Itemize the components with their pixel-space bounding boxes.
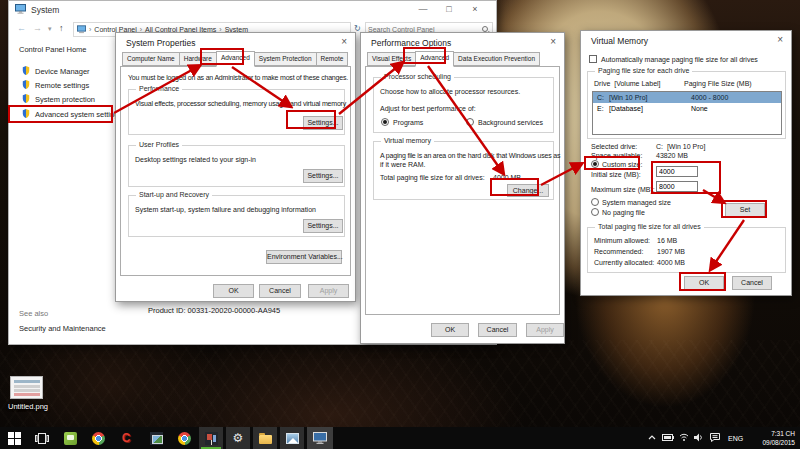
close-icon[interactable]: × <box>341 37 347 47</box>
min-allowed-value: 16 MB <box>657 237 677 244</box>
close-icon[interactable]: × <box>550 37 556 47</box>
recommended-label: Recommended: <box>594 248 643 255</box>
desktop-icon-untitled-png[interactable] <box>10 376 43 399</box>
currently-allocated-label: Currently allocated: <box>594 259 654 266</box>
breadcrumb-sep: › <box>89 26 91 33</box>
product-id: Product ID: 00331-20020-00000-AA945 <box>148 306 280 315</box>
close-icon[interactable]: × <box>777 35 783 45</box>
taskbar-icon-capture[interactable] <box>58 427 82 449</box>
programs-radio[interactable] <box>381 118 389 126</box>
gear-icon: ⚙ <box>233 432 244 445</box>
back-icon[interactable]: ← <box>17 23 26 33</box>
auto-manage-checkbox[interactable] <box>589 55 597 63</box>
language-indicator[interactable]: ENG <box>728 435 743 442</box>
taskbar-icon-chrome-1[interactable] <box>86 427 110 449</box>
taskbar-icon-chrome-2[interactable] <box>172 427 196 449</box>
selected-drive-value: C: [Win 10 Pro] <box>656 143 705 150</box>
action-center-icon[interactable] <box>710 433 720 442</box>
group-label: Performance <box>136 85 182 92</box>
per-drive-group: Paging file size for each drive Drive [V… <box>587 71 786 139</box>
maximize-button[interactable]: □ <box>438 3 460 15</box>
user-profiles-settings-button[interactable]: Settings... <box>303 169 343 183</box>
currently-allocated-value: 4000 MB <box>657 259 685 266</box>
cancel-button[interactable]: Cancel <box>259 284 301 298</box>
total-paging-label: Total paging file size for all drives: <box>380 174 485 181</box>
annotation-box-set-button <box>721 200 767 218</box>
taskbar: C ⚙ ENG 7:31 CH 09/08/2015 <box>0 427 800 449</box>
group-label: Paging file size for each drive <box>595 67 692 74</box>
ok-button[interactable]: OK <box>431 323 469 337</box>
taskbar-icon-file-explorer[interactable] <box>253 427 277 449</box>
annotation-box-po-advanced-tab <box>403 47 446 64</box>
apply-button[interactable]: Apply <box>526 323 564 337</box>
startup-settings-button[interactable]: Settings... <box>303 219 343 233</box>
cancel-button[interactable]: Cancel <box>732 276 772 290</box>
tab-computer-name[interactable]: Computer Name <box>122 52 180 66</box>
processor-scheduling-group: Processor scheduling Choose how to alloc… <box>373 77 554 133</box>
sidebar-link-security-maintenance[interactable]: Security and Maintenance <box>19 324 106 333</box>
no-paging-label: No paging file <box>602 209 645 216</box>
control-panel-home[interactable]: Control Panel Home <box>19 45 87 54</box>
minimize-button[interactable]: — <box>412 3 434 15</box>
system-window-icon <box>313 432 327 444</box>
sidebar-item-device-manager[interactable]: Device Manager <box>35 67 90 76</box>
system-managed-radio[interactable] <box>591 198 599 206</box>
clock-time[interactable]: 7:31 CH <box>755 430 795 437</box>
network-icon[interactable] <box>679 433 689 441</box>
battery-icon[interactable] <box>662 434 674 441</box>
taskbar-icon-photos[interactable] <box>144 427 168 449</box>
history-dropdown-icon[interactable]: ▾ <box>48 25 52 33</box>
environment-variables-button[interactable]: Environment Variables... <box>266 250 342 264</box>
taskbar-icon-photo-viewer[interactable] <box>280 427 304 449</box>
user-profiles-group: User Profiles Desktop settings related t… <box>128 145 345 187</box>
processor-desc: Choose how to allocate processor resourc… <box>380 88 520 95</box>
task-view-icon <box>35 433 49 444</box>
no-paging-radio[interactable] <box>591 208 599 216</box>
tab-system-protection[interactable]: System Protection <box>254 52 317 66</box>
photo-viewer-icon <box>286 433 299 444</box>
window-title: System <box>31 5 59 15</box>
tab-remote[interactable]: Remote <box>316 52 349 66</box>
group-label: Total paging file size for all drives <box>595 223 704 230</box>
drive-row-e[interactable]: E: [Database] None <box>593 103 781 114</box>
admin-note: You must be logged on as an Administrato… <box>128 74 348 81</box>
tab-dep[interactable]: Data Execution Prevention <box>453 52 540 66</box>
uac-shield-icon <box>22 80 30 89</box>
taskbar-icon-settings[interactable]: ⚙ <box>226 427 250 449</box>
start-button[interactable] <box>2 427 26 449</box>
clock-date[interactable]: 09/08/2015 <box>750 439 795 446</box>
desktop-icon-label: Untitled.png <box>0 402 56 411</box>
sidebar-item-remote-settings[interactable]: Remote settings <box>35 81 89 90</box>
folder-icon <box>259 435 272 444</box>
annotation-box-change-button <box>490 178 539 196</box>
volume-icon[interactable] <box>694 433 704 442</box>
hidden-icons-chevron[interactable] <box>648 435 656 440</box>
taskbar-icon-image-editor[interactable] <box>199 427 223 449</box>
recommended-value: 1907 MB <box>657 248 685 255</box>
task-view-button[interactable] <box>30 427 54 449</box>
user-profiles-desc: Desktop settings related to your sign-in <box>135 156 256 163</box>
forward-icon[interactable]: → <box>33 23 42 33</box>
adjust-label: Adjust for best performance of: <box>380 105 476 112</box>
apply-button[interactable]: Apply <box>308 284 349 298</box>
auto-manage-label: Automatically manage paging file size fo… <box>601 56 758 63</box>
drive-listbox[interactable]: C: [Win 10 Pro] 4000 - 8000 E: [Database… <box>592 91 782 135</box>
selected-drive-label: Selected drive: <box>591 143 637 150</box>
up-icon[interactable]: ↑ <box>59 23 64 33</box>
sidebar-item-system-protection[interactable]: System protection <box>35 95 95 104</box>
taskbar-icon-system[interactable] <box>307 427 333 449</box>
col-drive-header: Drive [Volume Label] <box>594 80 661 87</box>
drive-row-c[interactable]: C: [Win 10 Pro] 4000 - 8000 <box>593 92 781 103</box>
ok-button[interactable]: OK <box>213 284 254 298</box>
cancel-button[interactable]: Cancel <box>478 323 517 337</box>
startup-desc: System start-up, system failure and debu… <box>135 206 316 213</box>
annotation-box-advanced-system-settings <box>8 105 113 123</box>
annotation-box-sp-advanced-tab <box>200 48 244 65</box>
background-services-radio[interactable] <box>466 118 474 126</box>
chrome-icon <box>178 432 191 445</box>
maximum-size-label: Maximum size (MB): <box>591 186 655 193</box>
space-available-value: 43820 MB <box>656 152 688 159</box>
taskbar-icon-ccleaner[interactable]: C <box>114 427 138 449</box>
capture-app-icon <box>64 432 77 445</box>
close-button[interactable]: × <box>464 3 486 15</box>
